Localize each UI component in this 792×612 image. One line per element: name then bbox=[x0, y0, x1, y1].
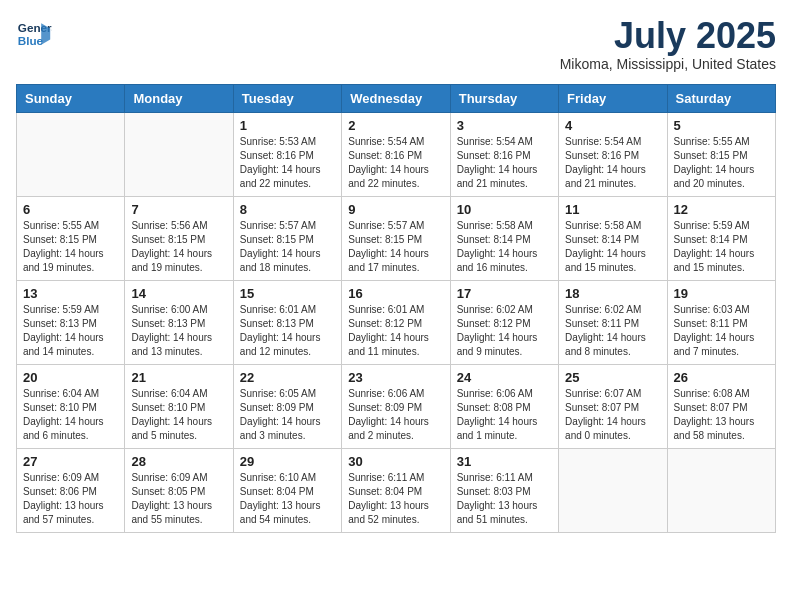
calendar-cell: 2Sunrise: 5:54 AM Sunset: 8:16 PM Daylig… bbox=[342, 112, 450, 196]
calendar-cell: 10Sunrise: 5:58 AM Sunset: 8:14 PM Dayli… bbox=[450, 196, 558, 280]
day-info: Sunrise: 5:57 AM Sunset: 8:15 PM Dayligh… bbox=[348, 219, 443, 275]
calendar-week-row: 20Sunrise: 6:04 AM Sunset: 8:10 PM Dayli… bbox=[17, 364, 776, 448]
day-info: Sunrise: 6:11 AM Sunset: 8:03 PM Dayligh… bbox=[457, 471, 552, 527]
calendar-week-row: 27Sunrise: 6:09 AM Sunset: 8:06 PM Dayli… bbox=[17, 448, 776, 532]
day-number: 29 bbox=[240, 454, 335, 469]
day-info: Sunrise: 5:59 AM Sunset: 8:13 PM Dayligh… bbox=[23, 303, 118, 359]
day-info: Sunrise: 6:11 AM Sunset: 8:04 PM Dayligh… bbox=[348, 471, 443, 527]
day-info: Sunrise: 6:06 AM Sunset: 8:09 PM Dayligh… bbox=[348, 387, 443, 443]
location-subtitle: Mikoma, Mississippi, United States bbox=[560, 56, 776, 72]
day-number: 28 bbox=[131, 454, 226, 469]
day-info: Sunrise: 5:55 AM Sunset: 8:15 PM Dayligh… bbox=[674, 135, 769, 191]
calendar-cell bbox=[17, 112, 125, 196]
calendar-cell: 8Sunrise: 5:57 AM Sunset: 8:15 PM Daylig… bbox=[233, 196, 341, 280]
calendar-cell: 31Sunrise: 6:11 AM Sunset: 8:03 PM Dayli… bbox=[450, 448, 558, 532]
day-number: 23 bbox=[348, 370, 443, 385]
calendar-cell: 24Sunrise: 6:06 AM Sunset: 8:08 PM Dayli… bbox=[450, 364, 558, 448]
calendar-table: SundayMondayTuesdayWednesdayThursdayFrid… bbox=[16, 84, 776, 533]
calendar-cell: 25Sunrise: 6:07 AM Sunset: 8:07 PM Dayli… bbox=[559, 364, 667, 448]
calendar-cell: 27Sunrise: 6:09 AM Sunset: 8:06 PM Dayli… bbox=[17, 448, 125, 532]
day-info: Sunrise: 6:03 AM Sunset: 8:11 PM Dayligh… bbox=[674, 303, 769, 359]
page-header: General Blue July 2025 Mikoma, Mississip… bbox=[16, 16, 776, 72]
column-header-saturday: Saturday bbox=[667, 84, 775, 112]
day-number: 17 bbox=[457, 286, 552, 301]
calendar-cell: 20Sunrise: 6:04 AM Sunset: 8:10 PM Dayli… bbox=[17, 364, 125, 448]
day-number: 16 bbox=[348, 286, 443, 301]
calendar-cell: 6Sunrise: 5:55 AM Sunset: 8:15 PM Daylig… bbox=[17, 196, 125, 280]
calendar-cell: 13Sunrise: 5:59 AM Sunset: 8:13 PM Dayli… bbox=[17, 280, 125, 364]
day-number: 30 bbox=[348, 454, 443, 469]
calendar-cell: 23Sunrise: 6:06 AM Sunset: 8:09 PM Dayli… bbox=[342, 364, 450, 448]
column-header-friday: Friday bbox=[559, 84, 667, 112]
column-header-wednesday: Wednesday bbox=[342, 84, 450, 112]
calendar-cell: 15Sunrise: 6:01 AM Sunset: 8:13 PM Dayli… bbox=[233, 280, 341, 364]
day-info: Sunrise: 6:04 AM Sunset: 8:10 PM Dayligh… bbox=[23, 387, 118, 443]
day-info: Sunrise: 5:58 AM Sunset: 8:14 PM Dayligh… bbox=[565, 219, 660, 275]
day-number: 1 bbox=[240, 118, 335, 133]
day-number: 10 bbox=[457, 202, 552, 217]
day-info: Sunrise: 5:59 AM Sunset: 8:14 PM Dayligh… bbox=[674, 219, 769, 275]
logo-icon: General Blue bbox=[16, 16, 52, 52]
calendar-cell: 29Sunrise: 6:10 AM Sunset: 8:04 PM Dayli… bbox=[233, 448, 341, 532]
month-year-title: July 2025 bbox=[560, 16, 776, 56]
calendar-cell bbox=[559, 448, 667, 532]
day-info: Sunrise: 6:10 AM Sunset: 8:04 PM Dayligh… bbox=[240, 471, 335, 527]
calendar-cell: 18Sunrise: 6:02 AM Sunset: 8:11 PM Dayli… bbox=[559, 280, 667, 364]
calendar-week-row: 1Sunrise: 5:53 AM Sunset: 8:16 PM Daylig… bbox=[17, 112, 776, 196]
day-number: 2 bbox=[348, 118, 443, 133]
calendar-cell: 26Sunrise: 6:08 AM Sunset: 8:07 PM Dayli… bbox=[667, 364, 775, 448]
day-number: 27 bbox=[23, 454, 118, 469]
day-info: Sunrise: 5:56 AM Sunset: 8:15 PM Dayligh… bbox=[131, 219, 226, 275]
day-info: Sunrise: 6:02 AM Sunset: 8:12 PM Dayligh… bbox=[457, 303, 552, 359]
calendar-cell: 17Sunrise: 6:02 AM Sunset: 8:12 PM Dayli… bbox=[450, 280, 558, 364]
day-number: 24 bbox=[457, 370, 552, 385]
day-info: Sunrise: 5:53 AM Sunset: 8:16 PM Dayligh… bbox=[240, 135, 335, 191]
calendar-cell: 5Sunrise: 5:55 AM Sunset: 8:15 PM Daylig… bbox=[667, 112, 775, 196]
calendar-cell bbox=[125, 112, 233, 196]
day-info: Sunrise: 6:06 AM Sunset: 8:08 PM Dayligh… bbox=[457, 387, 552, 443]
day-info: Sunrise: 6:05 AM Sunset: 8:09 PM Dayligh… bbox=[240, 387, 335, 443]
day-number: 9 bbox=[348, 202, 443, 217]
calendar-cell: 16Sunrise: 6:01 AM Sunset: 8:12 PM Dayli… bbox=[342, 280, 450, 364]
day-info: Sunrise: 6:08 AM Sunset: 8:07 PM Dayligh… bbox=[674, 387, 769, 443]
day-number: 8 bbox=[240, 202, 335, 217]
calendar-cell: 12Sunrise: 5:59 AM Sunset: 8:14 PM Dayli… bbox=[667, 196, 775, 280]
day-info: Sunrise: 6:04 AM Sunset: 8:10 PM Dayligh… bbox=[131, 387, 226, 443]
day-info: Sunrise: 5:54 AM Sunset: 8:16 PM Dayligh… bbox=[457, 135, 552, 191]
day-info: Sunrise: 6:09 AM Sunset: 8:05 PM Dayligh… bbox=[131, 471, 226, 527]
calendar-cell: 14Sunrise: 6:00 AM Sunset: 8:13 PM Dayli… bbox=[125, 280, 233, 364]
day-number: 7 bbox=[131, 202, 226, 217]
day-number: 20 bbox=[23, 370, 118, 385]
day-info: Sunrise: 5:54 AM Sunset: 8:16 PM Dayligh… bbox=[348, 135, 443, 191]
day-number: 25 bbox=[565, 370, 660, 385]
day-info: Sunrise: 6:07 AM Sunset: 8:07 PM Dayligh… bbox=[565, 387, 660, 443]
day-number: 11 bbox=[565, 202, 660, 217]
day-number: 14 bbox=[131, 286, 226, 301]
day-info: Sunrise: 5:58 AM Sunset: 8:14 PM Dayligh… bbox=[457, 219, 552, 275]
day-info: Sunrise: 6:01 AM Sunset: 8:13 PM Dayligh… bbox=[240, 303, 335, 359]
calendar-week-row: 13Sunrise: 5:59 AM Sunset: 8:13 PM Dayli… bbox=[17, 280, 776, 364]
calendar-cell: 7Sunrise: 5:56 AM Sunset: 8:15 PM Daylig… bbox=[125, 196, 233, 280]
calendar-header-row: SundayMondayTuesdayWednesdayThursdayFrid… bbox=[17, 84, 776, 112]
day-number: 5 bbox=[674, 118, 769, 133]
calendar-cell: 1Sunrise: 5:53 AM Sunset: 8:16 PM Daylig… bbox=[233, 112, 341, 196]
column-header-tuesday: Tuesday bbox=[233, 84, 341, 112]
calendar-cell bbox=[667, 448, 775, 532]
column-header-monday: Monday bbox=[125, 84, 233, 112]
column-header-sunday: Sunday bbox=[17, 84, 125, 112]
day-number: 6 bbox=[23, 202, 118, 217]
day-info: Sunrise: 6:02 AM Sunset: 8:11 PM Dayligh… bbox=[565, 303, 660, 359]
day-number: 22 bbox=[240, 370, 335, 385]
day-number: 3 bbox=[457, 118, 552, 133]
calendar-cell: 19Sunrise: 6:03 AM Sunset: 8:11 PM Dayli… bbox=[667, 280, 775, 364]
calendar-week-row: 6Sunrise: 5:55 AM Sunset: 8:15 PM Daylig… bbox=[17, 196, 776, 280]
day-number: 12 bbox=[674, 202, 769, 217]
calendar-cell: 21Sunrise: 6:04 AM Sunset: 8:10 PM Dayli… bbox=[125, 364, 233, 448]
day-info: Sunrise: 5:54 AM Sunset: 8:16 PM Dayligh… bbox=[565, 135, 660, 191]
day-info: Sunrise: 6:09 AM Sunset: 8:06 PM Dayligh… bbox=[23, 471, 118, 527]
svg-text:Blue: Blue bbox=[18, 34, 44, 47]
calendar-cell: 30Sunrise: 6:11 AM Sunset: 8:04 PM Dayli… bbox=[342, 448, 450, 532]
calendar-cell: 4Sunrise: 5:54 AM Sunset: 8:16 PM Daylig… bbox=[559, 112, 667, 196]
day-number: 19 bbox=[674, 286, 769, 301]
logo: General Blue bbox=[16, 16, 52, 52]
